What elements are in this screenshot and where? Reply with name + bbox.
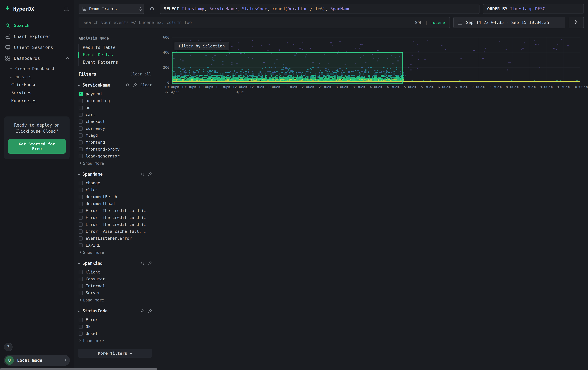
get-started-button[interactable]: Get Started for Free xyxy=(8,139,66,154)
search-icon[interactable] xyxy=(140,261,145,265)
filter-option[interactable]: checkout xyxy=(78,118,152,125)
selection-rectangle[interactable] xyxy=(172,52,403,83)
search-icon[interactable] xyxy=(140,172,145,176)
source-select[interactable]: Demo Traces xyxy=(79,4,144,14)
filter-by-selection-button[interactable]: Filter by Selection xyxy=(175,42,229,50)
filter-option[interactable]: click xyxy=(78,186,152,193)
sidebar-item-search[interactable]: Search xyxy=(0,20,74,31)
filter-option[interactable]: cart xyxy=(78,111,152,118)
create-dashboard-button[interactable]: + Create Dashboard xyxy=(0,64,74,73)
checkbox[interactable] xyxy=(79,325,83,329)
order-by-input[interactable]: ORDER BY Timestamp DESC xyxy=(483,4,584,14)
mode-event-patterns[interactable]: Event Patterns xyxy=(79,59,152,66)
run-search-button[interactable] xyxy=(569,17,584,28)
sidebar-item-dashboards[interactable]: Dashboards xyxy=(0,53,74,64)
filter-option[interactable]: currency xyxy=(78,125,152,132)
sidebar-item-clickhouse[interactable]: ClickHouse xyxy=(0,81,74,89)
search-icon[interactable] xyxy=(126,83,130,87)
sidebar-item-kubernetes[interactable]: Kubernetes xyxy=(0,97,74,105)
sidebar-item-chart-explorer[interactable]: Chart Explorer xyxy=(0,31,74,42)
search-input[interactable] xyxy=(84,20,411,25)
checkbox[interactable] xyxy=(79,195,83,199)
chevron-down-icon[interactable] xyxy=(78,262,80,264)
pin-icon[interactable] xyxy=(133,83,137,87)
checkbox[interactable] xyxy=(79,188,83,192)
checkbox[interactable] xyxy=(79,318,83,322)
filter-option[interactable]: payment xyxy=(78,90,152,97)
sidebar-item-services[interactable]: Services xyxy=(0,89,74,97)
checkbox[interactable] xyxy=(79,216,83,220)
filter-option[interactable]: documentFetch xyxy=(78,193,152,200)
local-mode-button[interactable]: U Local mode xyxy=(4,355,70,366)
filter-option[interactable]: Error: The credit card (… xyxy=(78,214,152,221)
chevron-down-icon[interactable] xyxy=(78,309,80,312)
checkbox[interactable] xyxy=(79,99,83,103)
checkbox[interactable] xyxy=(79,243,83,247)
checkbox[interactable] xyxy=(79,140,83,144)
pin-icon[interactable] xyxy=(148,172,152,176)
filter-option[interactable]: Ok xyxy=(78,323,152,330)
show-more-button[interactable]: Show more xyxy=(78,249,152,255)
clear-filter-button[interactable]: Clear xyxy=(140,83,152,87)
filter-option[interactable]: load-generator xyxy=(78,153,152,160)
select-clause-input[interactable]: SELECT Timestamp, ServiceName, StatusCod… xyxy=(160,4,480,14)
chevron-down-icon[interactable] xyxy=(78,83,80,86)
filter-option[interactable]: change xyxy=(78,180,152,186)
filter-option[interactable]: eventListener.error xyxy=(78,235,152,242)
filter-option[interactable]: ad xyxy=(78,104,152,111)
presets-toggle[interactable]: PRESETS xyxy=(0,73,74,81)
filter-option[interactable]: Server xyxy=(78,290,152,296)
filter-option[interactable]: accounting xyxy=(78,97,152,104)
checkbox[interactable] xyxy=(79,147,83,151)
pin-icon[interactable] xyxy=(148,261,152,265)
show-more-button[interactable]: Show more xyxy=(78,160,152,166)
filter-option[interactable]: flagd xyxy=(78,132,152,139)
filter-option[interactable]: Client xyxy=(78,269,152,276)
filter-option[interactable]: Error: Visa cache full: … xyxy=(78,228,152,235)
sql-mode-toggle[interactable]: SQL xyxy=(415,20,422,25)
show-more-button[interactable]: Load more xyxy=(78,337,152,343)
filter-option[interactable]: Consumer xyxy=(78,276,152,282)
checkbox[interactable] xyxy=(79,222,83,227)
filter-option[interactable]: Internal xyxy=(78,282,152,290)
checkbox[interactable] xyxy=(79,291,83,295)
lucene-mode-toggle[interactable]: Lucene xyxy=(430,20,445,25)
search-icon[interactable] xyxy=(140,309,145,313)
checkbox[interactable] xyxy=(79,331,83,336)
checkbox[interactable] xyxy=(79,113,83,117)
pin-icon[interactable] xyxy=(148,309,152,313)
filter-option[interactable]: frontend-proxy xyxy=(78,146,152,153)
help-button[interactable]: ? xyxy=(4,343,12,351)
date-range-picker[interactable]: Sep 14 22:04:35 - Sep 15 10:04:35 xyxy=(453,17,565,28)
checkbox[interactable] xyxy=(79,126,83,131)
checkbox[interactable] xyxy=(79,230,83,234)
checkbox[interactable] xyxy=(79,202,83,206)
sidebar-item-client-sessions[interactable]: Client Sessions xyxy=(0,42,74,53)
checkbox[interactable] xyxy=(79,270,83,274)
clear-all-button[interactable]: Clear all xyxy=(130,72,151,76)
checkbox-checked[interactable] xyxy=(79,92,83,96)
chevron-down-icon[interactable] xyxy=(78,173,80,175)
filter-option[interactable]: frontend xyxy=(78,139,152,146)
mode-results-table[interactable]: Results Table xyxy=(79,44,152,51)
checkbox[interactable] xyxy=(79,236,83,240)
checkbox[interactable] xyxy=(79,133,83,138)
collapse-sidebar-icon[interactable] xyxy=(64,6,69,11)
checkbox[interactable] xyxy=(79,181,83,185)
checkbox[interactable] xyxy=(79,120,83,124)
checkbox[interactable] xyxy=(79,284,83,288)
mode-event-deltas[interactable]: Event Deltas xyxy=(79,51,152,59)
filter-option[interactable]: EXPIRE xyxy=(78,242,152,249)
filter-option[interactable]: Unset xyxy=(78,330,152,337)
checkbox[interactable] xyxy=(79,154,83,158)
filter-option[interactable]: documentLoad xyxy=(78,200,152,207)
horizontal-scrollbar-thumb[interactable] xyxy=(0,368,157,370)
show-more-button[interactable]: Load more xyxy=(78,296,152,302)
checkbox[interactable] xyxy=(79,106,83,110)
filter-option[interactable]: Error xyxy=(78,316,152,323)
source-settings-button[interactable]: ⚙ xyxy=(148,6,156,11)
filter-option[interactable]: Error: The credit card (… xyxy=(78,207,152,214)
filter-option[interactable]: Error: The credit card (… xyxy=(78,221,152,228)
checkbox[interactable] xyxy=(79,277,83,281)
more-filters-button[interactable]: More filters xyxy=(78,349,152,358)
